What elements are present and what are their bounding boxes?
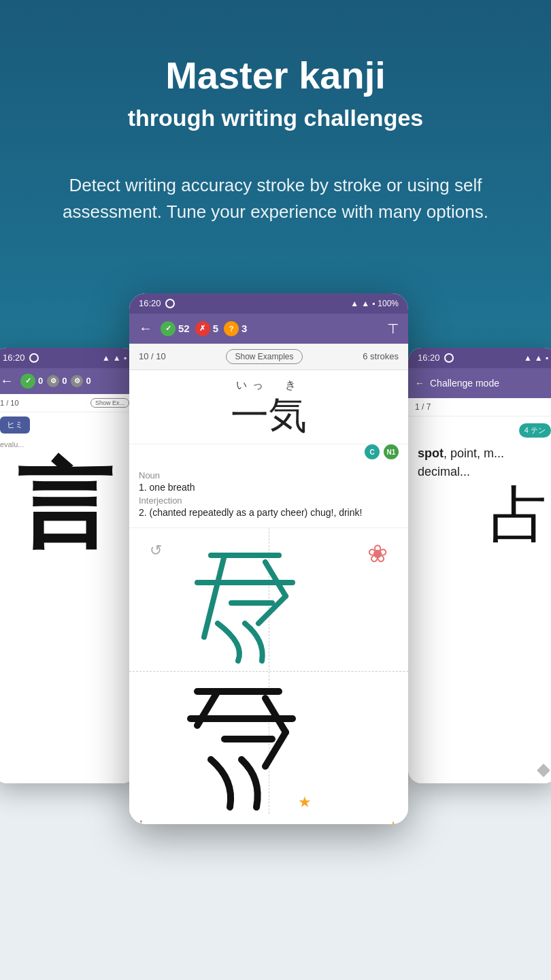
- left-status-bar: 16:20 ▲ ▲ ▪: [0, 348, 136, 368]
- left-kanji-area: 言: [0, 451, 136, 601]
- right-time: 16:20: [418, 353, 440, 363]
- right-signal-icon: ▲: [535, 353, 543, 363]
- left-purple-badge: ヒミ: [0, 416, 30, 434]
- center-bottom-icons: ℹ ★: [129, 814, 408, 823]
- left-kanji-char: 言: [0, 458, 129, 553]
- right-def-bold: spot: [418, 446, 444, 460]
- center-back-button[interactable]: ←: [139, 321, 152, 336]
- left-circle-icon: [29, 353, 39, 363]
- left-correct-icon: ✓: [20, 374, 35, 389]
- left-progress-bar: 1 / 10 Show Ex...: [0, 394, 136, 412]
- right-kanji-big: 占: [415, 484, 551, 545]
- center-wrong-icon: ✗: [195, 321, 210, 336]
- left-other-count: 0: [86, 376, 90, 386]
- center-writing-grid: ↺ ❀: [129, 528, 408, 814]
- flower-icon: ❀: [367, 540, 388, 568]
- hero-title: Master kanji: [41, 54, 510, 97]
- right-back-button[interactable]: ←: [415, 378, 424, 389]
- left-eval-text: evalu...: [0, 438, 136, 451]
- center-kanji-reading: いっ き: [139, 378, 399, 393]
- center-correct-count: 52: [178, 323, 190, 334]
- right-header-title: Challenge mode: [430, 378, 499, 389]
- svg-line-3: [265, 562, 286, 596]
- center-definitions: Noun 1. one breath Interjection 2. (chan…: [129, 463, 408, 528]
- kanji-lower-svg: ★: [129, 671, 408, 814]
- left-wifi-icon: ▲: [102, 353, 110, 363]
- right-battery-icon: ▪: [546, 353, 548, 363]
- center-info-icon[interactable]: ℹ: [139, 818, 144, 823]
- center-stats-bar: ← ✓ 52 ✗ 5 ? 3 ⊤: [129, 314, 408, 344]
- center-circle-icon: [165, 299, 175, 308]
- left-signal-icon: ▲: [113, 353, 121, 363]
- center-def2: 2. (chanted repeatedly as a party cheer)…: [139, 507, 399, 518]
- center-wrong-count: 5: [213, 323, 218, 334]
- left-back-button[interactable]: ←: [0, 373, 14, 389]
- center-correct-stat: ✓ 52: [161, 321, 190, 336]
- center-badges-row: C N1: [129, 444, 408, 463]
- center-star-icon[interactable]: ★: [388, 818, 399, 823]
- center-wifi-icon: ▲: [350, 299, 358, 308]
- center-pos1: Noun: [139, 470, 399, 480]
- center-def1: 1. one breath: [139, 482, 399, 493]
- left-show-examples-btn[interactable]: Show Ex...: [90, 398, 129, 408]
- center-time: 16:20: [139, 298, 161, 308]
- center-kanji-area: いっ き 一気: [129, 370, 408, 445]
- center-battery-icon: ▪: [372, 299, 375, 308]
- right-progress-area: 1 / 7: [408, 398, 551, 416]
- center-signal-icon: ▲: [361, 299, 369, 308]
- left-other-icon: ⚙: [71, 375, 83, 387]
- left-stats-bar: ← ✓ 0 ⚙ 0 ⚙ 0: [0, 368, 136, 394]
- right-progress-text: 1 / 7: [415, 402, 431, 412]
- center-writing-area[interactable]: ↺ ❀: [129, 528, 408, 814]
- left-battery-icon: ▪: [124, 353, 127, 363]
- center-battery-pct: 100%: [378, 299, 399, 308]
- left-progress-text: 1 / 10: [0, 399, 19, 407]
- phone-center: 16:20 ▲ ▲ ▪ 100% ← ✓ 52 ✗ 5 ? 3: [129, 293, 408, 824]
- hero-section: Master kanji through writing challenges …: [0, 0, 551, 266]
- right-header: ← Challenge mode: [408, 368, 551, 398]
- star-bottom-icon: ★: [298, 794, 312, 811]
- center-pos2: Interjection: [139, 495, 399, 506]
- phone-left: 16:20 ▲ ▲ ▪ ← ✓ 0 ⚙ 0 ⚙ 0: [0, 348, 136, 783]
- right-status-bar: 16:20 ▲ ▲ ▪: [408, 348, 551, 368]
- refresh-icon: ↺: [150, 542, 162, 559]
- center-wrong-stat: ✗ 5: [195, 321, 218, 336]
- center-badge-c: C: [365, 444, 380, 459]
- right-definition: spot, point, m...decimal...: [415, 442, 551, 484]
- center-badge-n1: N1: [384, 444, 399, 459]
- center-progress-area: 10 / 10 Show Examples 6 strokes: [129, 344, 408, 370]
- left-correct-count: 0: [38, 376, 43, 386]
- left-time: 16:20: [3, 353, 25, 363]
- kanji-upper-svg: ↺ ❀: [129, 528, 408, 671]
- center-pending-stat: ? 3: [224, 321, 247, 336]
- center-status-bar: 16:20 ▲ ▲ ▪ 100%: [129, 293, 408, 314]
- left-settings-icon: ⚙: [47, 375, 59, 387]
- center-pending-icon: ?: [224, 321, 239, 336]
- right-wifi-icon: ▲: [524, 353, 532, 363]
- right-circle-icon: [444, 353, 454, 363]
- center-correct-icon: ✓: [161, 321, 176, 336]
- phones-container: 16:20 ▲ ▲ ▪ ← ✓ 0 ⚙ 0 ⚙ 0: [0, 293, 551, 824]
- hero-description: Detect writing accuracy stroke by stroke…: [44, 172, 507, 225]
- center-filter-icon[interactable]: ⊤: [387, 321, 399, 337]
- phone-right: 16:20 ▲ ▲ ▪ ← Challenge mode 1 / 7 4 テン: [408, 348, 551, 783]
- center-progress-text: 10 / 10: [139, 351, 166, 361]
- right-teal-badge: 4 テン: [519, 423, 551, 438]
- left-settings-count: 0: [62, 376, 67, 386]
- center-pending-count: 3: [241, 323, 247, 334]
- center-show-examples-btn[interactable]: Show Examples: [226, 349, 302, 364]
- center-kanji-character: 一気: [139, 394, 399, 436]
- center-strokes-info: 6 strokes: [363, 351, 399, 361]
- hero-subtitle: through writing challenges: [41, 105, 510, 131]
- right-content: 4 テン spot, point, m...decimal... 占: [408, 416, 551, 783]
